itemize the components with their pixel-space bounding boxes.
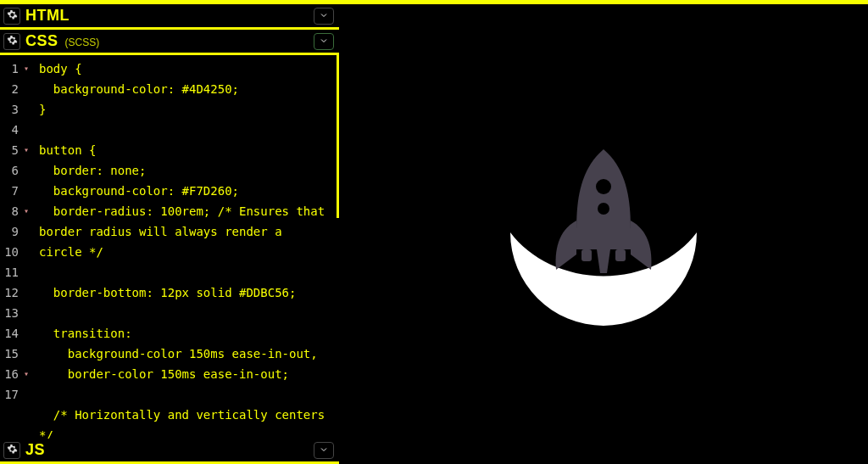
line-number: 11 (3, 262, 29, 282)
line-number: 16▾ (3, 364, 29, 384)
line-number: 3 (3, 99, 29, 120)
line-number: 13 (3, 303, 29, 323)
code-line[interactable]: body { (39, 59, 334, 79)
code-line[interactable]: background-color: #4D4250; (39, 79, 334, 99)
code-line[interactable]: */ (39, 425, 334, 439)
code-line[interactable] (39, 120, 334, 140)
editor-code[interactable]: body { background-color: #4D4250;}button… (34, 55, 339, 439)
preview-stage (485, 115, 722, 353)
code-line[interactable]: transition: (39, 323, 334, 344)
code-line[interactable]: } (39, 99, 334, 120)
line-number: 14 (3, 323, 29, 344)
line-number: 1▾ (3, 59, 29, 79)
line-number: 17 (3, 384, 29, 405)
chevron-down-icon (319, 8, 329, 24)
chevron-down-icon (319, 443, 329, 458)
svg-rect-1 (615, 249, 626, 261)
expand-button-js[interactable] (314, 442, 334, 459)
svg-point-3 (598, 203, 609, 215)
code-line[interactable]: circle */ (39, 242, 334, 262)
code-line[interactable]: background-color: #F7D260; (39, 181, 334, 201)
panel-title-js: JS (25, 441, 45, 459)
editor-column: HTML CSS (SCSS) (0, 4, 339, 464)
gear-icon (7, 34, 18, 49)
panel-subtitle-css: (SCSS) (65, 36, 100, 50)
code-line[interactable]: /* Horizontally and vertically centers (39, 405, 334, 425)
preview-pane (339, 4, 868, 464)
expand-button-css[interactable] (314, 33, 334, 50)
chevron-down-icon (319, 34, 329, 49)
code-line[interactable] (39, 384, 334, 405)
line-number: 7 (3, 181, 29, 201)
rocket-icon (485, 115, 722, 353)
line-number: 10 (3, 242, 29, 262)
code-line[interactable] (39, 262, 334, 282)
panel-css: CSS (SCSS) 1▾2345▾678▾910111213141516▾17… (0, 30, 339, 439)
code-line[interactable]: background-color 150ms ease-in-out, (39, 344, 334, 364)
line-number: 15 (3, 344, 29, 364)
expand-button-html[interactable] (314, 8, 334, 25)
panel-header-css: CSS (SCSS) (0, 30, 339, 55)
code-line[interactable]: button { (39, 140, 334, 160)
settings-button-css[interactable] (3, 33, 20, 50)
svg-rect-0 (581, 249, 592, 261)
gear-icon (7, 443, 18, 458)
code-line[interactable]: border-color 150ms ease-in-out; (39, 364, 334, 384)
settings-button-html[interactable] (3, 8, 20, 25)
panel-title-css: CSS (25, 32, 58, 50)
line-number: 2 (3, 79, 29, 99)
line-number: 6 (3, 160, 29, 181)
app-root: HTML CSS (SCSS) (0, 4, 868, 464)
code-line[interactable]: border-bottom: 12px solid #DDBC56; (39, 282, 334, 303)
panel-title-html: HTML (25, 7, 70, 25)
code-line[interactable]: border: none; (39, 160, 334, 181)
code-line[interactable]: border-radius: 100rem; /* Ensures that (39, 201, 334, 221)
line-number: 12 (3, 282, 29, 303)
css-editor[interactable]: 1▾2345▾678▾910111213141516▾17 body { bac… (0, 55, 339, 439)
editor-gutter: 1▾2345▾678▾910111213141516▾17 (0, 55, 34, 439)
gear-icon (7, 8, 18, 24)
line-number: 4 (3, 120, 29, 140)
panel-header-js: JS (0, 439, 339, 464)
svg-point-2 (596, 179, 611, 194)
panel-header-html: HTML (0, 4, 339, 30)
line-number: 8▾ (3, 201, 29, 221)
settings-button-js[interactable] (3, 442, 20, 459)
code-line[interactable]: border radius will always render a (39, 221, 334, 242)
line-number: 9 (3, 221, 29, 242)
code-line[interactable] (39, 303, 334, 323)
line-number: 5▾ (3, 140, 29, 160)
